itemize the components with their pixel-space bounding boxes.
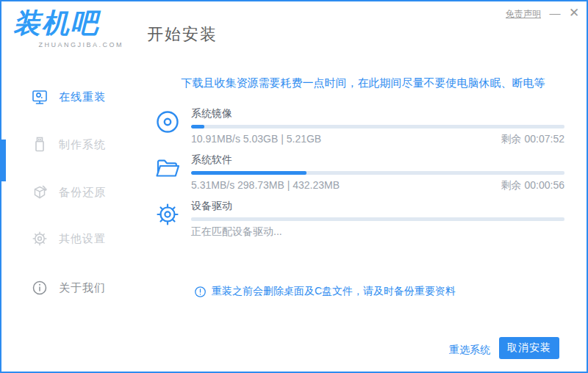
- task-remaining: 剩余 00:00:56: [501, 179, 564, 192]
- sidebar-item-make-system[interactable]: 制作系统: [1, 130, 140, 159]
- sidebar-item-online-reinstall[interactable]: 在线重装: [1, 82, 140, 112]
- minimize-button[interactable]: —: [547, 4, 563, 21]
- task-name: 系统镜像: [191, 107, 232, 120]
- sidebar-item-other-settings[interactable]: 其他设置: [1, 224, 140, 253]
- backup-icon: [31, 184, 49, 201]
- task-name: 设备驱动: [191, 200, 232, 213]
- cancel-install-button[interactable]: 取消安装: [499, 337, 559, 359]
- page-title: 开始安装: [147, 23, 218, 46]
- backup-warning: 重装之前会删除桌面及C盘文件，请及时备份重要资料: [194, 285, 456, 298]
- backup-warning-text: 重装之前会删除桌面及C盘文件，请及时备份重要资料: [212, 285, 456, 298]
- app-logo: 装机吧 ZHUANGJIBA.COM: [13, 7, 123, 48]
- sidebar-item-label: 在线重装: [59, 90, 106, 104]
- disclaimer-link[interactable]: 免责声明: [506, 8, 541, 21]
- alert-circle-icon: [194, 286, 207, 298]
- sidebar-item-backup-restore[interactable]: 备份还原: [1, 178, 140, 207]
- task-row-device-driver: 设备驱动 正在匹配设备驱动...: [140, 197, 587, 242]
- task-status: 正在匹配设备驱动...: [191, 225, 282, 239]
- close-button[interactable]: ✕: [566, 4, 582, 21]
- progress-bar: [191, 171, 564, 175]
- settings-icon: [31, 230, 49, 247]
- app-window: 装机吧 ZHUANGJIBA.COM 开始安装 免责声明 — ✕ 在线重装: [0, 0, 588, 373]
- task-stats: 5.31MB/s 298.73MB | 432.23MB: [191, 179, 340, 191]
- sidebar-item-label: 其他设置: [59, 232, 106, 246]
- task-name: 系统软件: [191, 153, 232, 167]
- progress-fill: [191, 125, 204, 128]
- task-row-system-image: 系统镜像 10.91MB/s 5.03GB | 5.21GB 剩余 00:07:…: [140, 104, 587, 150]
- disc-icon: [154, 109, 181, 135]
- header: 装机吧 ZHUANGJIBA.COM 开始安装 免责声明 — ✕: [1, 1, 587, 66]
- download-notice: 下载且收集资源需要耗费一点时间，在此期间尽量不要使电脑休眠、断电等: [140, 76, 587, 90]
- sidebar: 在线重装 制作系统 备份还原: [1, 66, 140, 372]
- sidebar-item-label: 制作系统: [59, 138, 106, 152]
- about-icon: [31, 279, 49, 297]
- folder-open-icon: [154, 155, 181, 181]
- logo-subtext: ZHUANGJIBA.COM: [13, 41, 123, 48]
- progress-bar: [191, 217, 564, 221]
- sidebar-item-about-us[interactable]: 关于我们: [1, 273, 140, 303]
- progress-bar: [191, 125, 564, 128]
- gear-icon: [154, 201, 181, 228]
- monitor-icon: [31, 88, 49, 106]
- reselect-system-link[interactable]: 重选系统: [449, 344, 490, 357]
- usb-icon: [31, 136, 49, 153]
- logo-text: 装机吧: [13, 7, 123, 40]
- main-panel: 下载且收集资源需要耗费一点时间，在此期间尽量不要使电脑休眠、断电等 系统镜像 1…: [140, 66, 587, 372]
- task-remaining: 剩余 00:07:52: [501, 133, 564, 146]
- progress-fill: [191, 171, 306, 175]
- sidebar-item-label: 备份还原: [59, 186, 106, 200]
- task-stats: 10.91MB/s 5.03GB | 5.21GB: [191, 133, 321, 145]
- task-row-system-software: 系统软件 5.31MB/s 298.73MB | 432.23MB 剩余 00:…: [140, 151, 587, 196]
- sidebar-item-label: 关于我们: [59, 281, 106, 295]
